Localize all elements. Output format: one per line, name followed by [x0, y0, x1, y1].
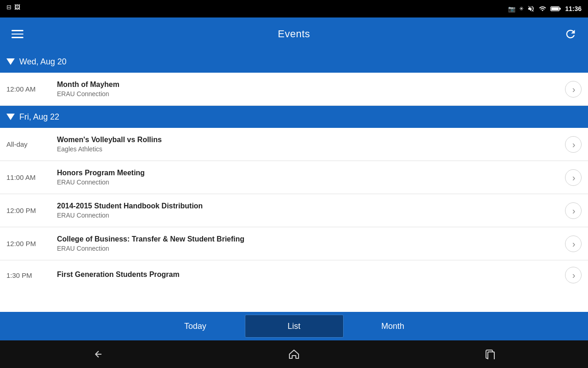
event-arrow-volleyball[interactable]	[565, 136, 582, 153]
bluetooth-icon: 📷	[508, 6, 515, 12]
svg-rect-4	[488, 352, 494, 359]
event-title-college: College of Business: Transfer & New Stud…	[57, 235, 560, 243]
collapse-triangle-wed	[6, 58, 15, 65]
event-subtitle-college: ERAU Connection	[57, 245, 560, 252]
event-details-handbook: 2014-2015 Student Handbook Distribution …	[57, 202, 560, 219]
event-row-handbook[interactable]: 12:00 PM 2014-2015 Student Handbook Dist…	[0, 194, 588, 227]
tab-list[interactable]: List	[245, 315, 344, 338]
nav-bar	[0, 340, 588, 368]
status-time: 11:36	[565, 5, 582, 12]
nav-back-button[interactable]	[84, 345, 112, 363]
event-title-handbook: 2014-2015 Student Handbook Distribution	[57, 202, 560, 210]
app-title: Events	[278, 28, 310, 40]
screenshot-status-icon: ⊟	[6, 4, 11, 11]
nav-home-button[interactable]	[280, 345, 308, 363]
event-row-first-gen[interactable]: 1:30 PM First Generation Students Progra…	[0, 260, 588, 290]
event-arrow-firstgen[interactable]	[565, 267, 582, 283]
event-subtitle-honors: ERAU Connection	[57, 178, 560, 186]
bluetooth-icon2: ✳	[519, 6, 524, 12]
day-header-fri-label: Fri, Aug 22	[19, 112, 59, 122]
event-time-honors: 11:00 AM	[6, 173, 57, 181]
event-title-honors: Honors Program Meeting	[57, 169, 560, 177]
battery-icon	[550, 6, 561, 12]
event-subtitle-0: ERAU Connection	[57, 90, 560, 98]
event-title-0: Month of Mayhem	[57, 80, 560, 89]
tab-today[interactable]: Today	[146, 315, 245, 338]
day-header-wed-label: Wed, Aug 20	[19, 57, 67, 67]
event-details-honors: Honors Program Meeting ERAU Connection	[57, 169, 560, 186]
menu-button[interactable]	[7, 24, 28, 44]
bottom-tab-bar: Today List Month	[0, 312, 588, 340]
hamburger-line-1	[11, 30, 23, 31]
event-row-month-of-mayhem[interactable]: 12:00 AM Month of Mayhem ERAU Connection	[0, 73, 588, 106]
svg-rect-1	[551, 7, 559, 10]
event-row-volleyball[interactable]: All-day Women's Volleyball vs Rollins Ea…	[0, 128, 588, 161]
event-time-firstgen: 1:30 PM	[6, 271, 57, 279]
refresh-button[interactable]	[560, 24, 581, 44]
day-header-fri[interactable]: Fri, Aug 22	[0, 106, 588, 128]
collapse-triangle-fri	[6, 114, 15, 120]
refresh-icon	[564, 28, 577, 40]
event-row-college-business[interactable]: 12:00 PM College of Business: Transfer &…	[0, 227, 588, 260]
hamburger-line-3	[11, 37, 23, 38]
image-status-icon: 🖼	[14, 4, 20, 11]
hamburger-line-2	[11, 34, 23, 35]
event-title-firstgen: First Generation Students Program	[57, 270, 560, 279]
wifi-icon	[538, 5, 547, 12]
event-row-honors[interactable]: 11:00 AM Honors Program Meeting ERAU Con…	[0, 161, 588, 194]
event-details-firstgen: First Generation Students Program	[57, 270, 560, 280]
event-time-allday: All-day	[6, 140, 57, 148]
event-details-volleyball: Women's Volleyball vs Rollins Eagles Ath…	[57, 136, 560, 153]
svg-rect-2	[560, 8, 561, 10]
event-subtitle-volleyball: Eagles Athletics	[57, 145, 560, 153]
nav-recents-button[interactable]	[476, 345, 504, 363]
event-details-0: Month of Mayhem ERAU Connection	[57, 80, 560, 98]
event-time-0: 12:00 AM	[6, 85, 57, 93]
event-subtitle-handbook: ERAU Connection	[57, 212, 560, 219]
event-arrow-handbook[interactable]	[565, 202, 582, 219]
event-arrow-college[interactable]	[565, 236, 582, 252]
event-arrow-0[interactable]	[565, 81, 582, 98]
event-title-volleyball: Women's Volleyball vs Rollins	[57, 136, 560, 144]
tab-month[interactable]: Month	[344, 315, 442, 338]
day-header-wed[interactable]: Wed, Aug 20	[0, 51, 588, 73]
app-bar: Events	[0, 17, 588, 51]
event-time-college: 12:00 PM	[6, 240, 57, 247]
event-time-handbook: 12:00 PM	[6, 207, 57, 214]
events-content: Wed, Aug 20 12:00 AM Month of Mayhem ERA…	[0, 51, 588, 312]
mute-icon	[527, 5, 535, 12]
event-arrow-honors[interactable]	[565, 169, 582, 186]
event-details-college: College of Business: Transfer & New Stud…	[57, 235, 560, 252]
